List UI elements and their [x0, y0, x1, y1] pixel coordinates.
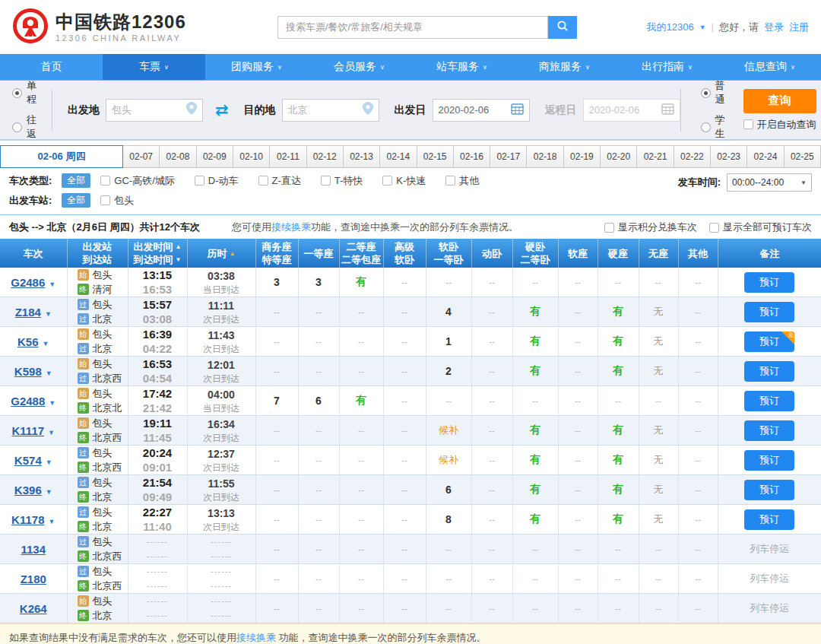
depart-date-input[interactable]: 2020-02-06 [433, 99, 530, 122]
round-trip-radio[interactable] [12, 122, 22, 132]
sort-asc-icon[interactable]: ▲ [176, 240, 182, 253]
book-button[interactable]: 预订 [744, 361, 794, 382]
train-type-all-badge[interactable]: 全部 [62, 173, 90, 188]
date-tab[interactable]: 02-23 [711, 145, 747, 168]
train-number-link[interactable]: K396 [14, 484, 42, 496]
date-tab[interactable]: 02-10 [233, 145, 270, 168]
train-number-link[interactable]: K598 [14, 365, 42, 378]
column-header[interactable]: 出发时间▲到达时间▼ [128, 239, 187, 268]
date-tab-active[interactable]: 02-06 周四 [0, 145, 123, 168]
book-button[interactable]: 预订 [744, 391, 794, 411]
to-station-input[interactable]: 北京 [282, 99, 379, 122]
date-tab[interactable]: 02-25 [785, 145, 821, 168]
nav-item-出行指南[interactable]: 出行指南∨ [616, 54, 718, 80]
book-button[interactable]: 预订 [744, 302, 794, 322]
train-expand-icon[interactable]: ▼ [49, 399, 55, 407]
book-button[interactable]: 预订 [744, 420, 794, 441]
date-tab[interactable]: 02-16 [454, 145, 490, 168]
sort-asc-active-icon[interactable]: ▲ [230, 247, 236, 260]
date-tab[interactable]: 02-12 [307, 145, 344, 168]
site-search-input[interactable] [277, 16, 548, 39]
station-tag-icon: 终 [78, 550, 89, 562]
auto-query-checkbox[interactable] [743, 119, 753, 129]
return-date-input[interactable]: 2020-02-06 [583, 99, 680, 122]
date-tab[interactable]: 02-15 [417, 145, 454, 168]
site-logo[interactable]: 中国铁路12306 12306 CHINA RAILWAY [12, 8, 267, 47]
book-button[interactable]: 预订 [744, 450, 794, 471]
depart-station-all-badge[interactable]: 全部 [62, 193, 90, 208]
train-number-link[interactable]: K1178 [11, 513, 44, 526]
date-tab[interactable]: 02-13 [344, 145, 380, 168]
date-tab[interactable]: 02-19 [564, 145, 601, 168]
train-number-link[interactable]: G2486 [11, 276, 45, 289]
points-trains-checkbox[interactable] [604, 223, 614, 233]
train-expand-icon[interactable]: ▼ [46, 370, 52, 377]
nav-item-团购服务[interactable]: 团购服务∨ [205, 54, 308, 80]
train-expand-icon[interactable]: ▼ [43, 340, 49, 347]
train-number-link[interactable]: K56 [17, 335, 39, 348]
train-number-link[interactable]: G2488 [11, 395, 45, 408]
swap-stations-button[interactable]: ⇄ [215, 103, 229, 118]
train-number-link[interactable]: 1134 [21, 543, 46, 556]
from-station-input[interactable]: 包头 [106, 99, 203, 122]
book-button[interactable]: 预订 [744, 480, 794, 500]
nav-item-车票[interactable]: 车票∨ [103, 54, 205, 80]
train-expand-icon[interactable]: ▼ [49, 281, 55, 288]
date-tab[interactable]: 02-17 [490, 145, 527, 168]
nav-item-首页[interactable]: 首页 [0, 54, 103, 80]
nav-item-会员服务[interactable]: 会员服务∨ [308, 54, 410, 80]
train-type-checkbox[interactable] [258, 176, 268, 186]
train-expand-icon[interactable]: ▼ [46, 488, 52, 496]
date-tab[interactable]: 02-09 [197, 145, 233, 168]
date-tab[interactable]: 02-11 [270, 145, 306, 168]
arrive-station: 终北京西 [68, 430, 128, 445]
date-tab[interactable]: 02-07 [123, 145, 160, 168]
search-button[interactable] [548, 16, 577, 39]
normal-passenger-radio[interactable] [701, 88, 711, 98]
train-type-checkbox[interactable] [382, 176, 392, 186]
train-expand-icon[interactable]: ▼ [45, 310, 52, 318]
train-type-checkbox[interactable] [195, 176, 204, 186]
arrive-station: 终北京北 [68, 401, 128, 415]
train-type-checkbox[interactable] [445, 176, 455, 186]
all-bookable-checkbox[interactable] [709, 223, 719, 233]
nav-item-商旅服务[interactable]: 商旅服务∨ [513, 54, 616, 80]
depart-time-select[interactable]: 00:00--24:00 ▼ [727, 173, 812, 192]
book-button[interactable]: 预订兑 [744, 332, 794, 352]
date-tab[interactable]: 02-08 [160, 145, 196, 168]
nav-item-站车服务[interactable]: 站车服务∨ [410, 54, 513, 80]
train-expand-icon[interactable]: ▼ [46, 458, 52, 466]
date-tab[interactable]: 02-20 [601, 145, 637, 168]
depart-station: 始包头 [68, 594, 128, 608]
train-expand-icon[interactable]: ▼ [48, 518, 55, 525]
date-tab[interactable]: 02-22 [674, 145, 711, 168]
login-link[interactable]: 登录 [764, 21, 784, 34]
train-type-checkbox[interactable] [100, 176, 110, 186]
train-expand-icon[interactable]: ▼ [48, 429, 55, 436]
sort-desc-icon[interactable]: ▼ [176, 253, 182, 266]
depart-station-checkbox[interactable] [100, 195, 110, 205]
train-number-link[interactable]: Z180 [21, 573, 46, 585]
book-button[interactable]: 预订 [744, 509, 794, 530]
column-header[interactable]: 历时▲ [187, 239, 255, 268]
nav-item-信息查询[interactable]: 信息查询∨ [718, 54, 821, 80]
train-type-checkbox[interactable] [321, 176, 331, 186]
date-tab[interactable]: 02-18 [527, 145, 563, 168]
transfer-link[interactable]: 接续换乘 [271, 221, 311, 233]
date-tab[interactable]: 02-14 [380, 145, 417, 168]
date-tab[interactable]: 02-24 [747, 145, 784, 168]
query-button[interactable]: 查询 [743, 89, 816, 113]
date-tab[interactable]: 02-21 [637, 145, 674, 168]
one-way-radio[interactable] [12, 88, 22, 98]
seat-cell: 有 [598, 505, 639, 535]
transfer-link[interactable]: 接续换乘 [236, 632, 276, 643]
remark-cell: 预订 [718, 505, 821, 535]
book-button[interactable]: 预订 [744, 272, 794, 293]
train-number-link[interactable]: K264 [20, 602, 47, 615]
train-number-link[interactable]: K574 [14, 454, 42, 467]
train-number-link[interactable]: Z184 [15, 306, 41, 319]
register-link[interactable]: 注册 [789, 21, 809, 34]
my-12306-link[interactable]: 我的12306 [647, 21, 694, 34]
train-number-link[interactable]: K1117 [12, 424, 45, 437]
student-passenger-radio[interactable] [701, 122, 711, 132]
